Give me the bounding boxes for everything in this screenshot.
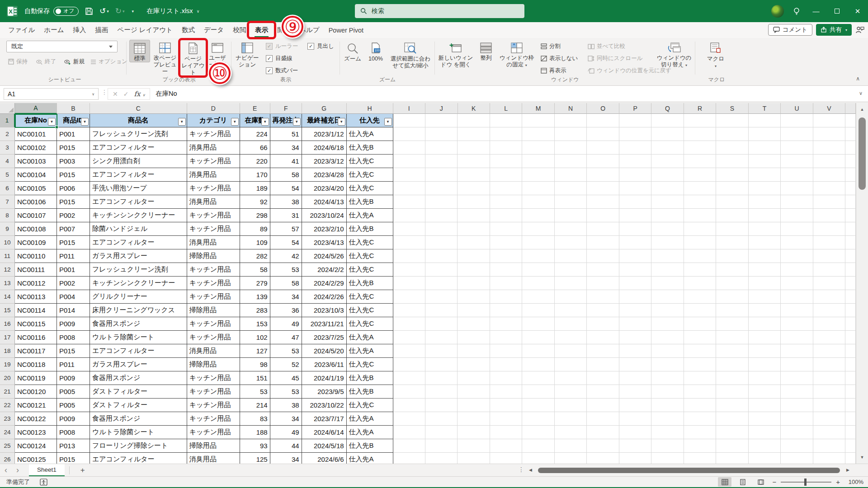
empty-cell[interactable] [555, 344, 587, 358]
table-cell[interactable]: 44 [270, 439, 302, 453]
empty-cell[interactable] [619, 127, 651, 141]
table-cell[interactable]: 仕入先C [347, 317, 393, 331]
empty-cell[interactable] [651, 277, 684, 290]
table-cell[interactable]: 床用クリーニングワックス [90, 304, 187, 317]
empty-cell[interactable] [684, 127, 716, 141]
column-header-E[interactable]: E [240, 103, 270, 114]
empty-cell[interactable] [522, 385, 554, 399]
table-cell[interactable]: P015 [57, 195, 90, 209]
empty-cell[interactable] [587, 127, 619, 141]
table-cell[interactable]: 54 [270, 236, 302, 249]
tab-home[interactable]: ホーム [39, 22, 68, 38]
avatar[interactable] [771, 5, 784, 18]
empty-cell[interactable] [458, 371, 490, 385]
table-cell[interactable]: エアコンフィルター [90, 195, 187, 209]
empty-cell[interactable] [749, 304, 781, 317]
empty-cell[interactable] [781, 209, 813, 222]
table-cell[interactable]: NC00115 [15, 317, 57, 331]
empty-cell[interactable] [522, 358, 554, 371]
table-cell[interactable]: 消臭用品 [187, 344, 240, 358]
empty-cell[interactable] [458, 317, 490, 331]
table-cell[interactable]: 手洗い用泡ソープ [90, 182, 187, 195]
table-cell[interactable]: P001 [57, 127, 90, 141]
empty-cell[interactable] [813, 114, 845, 127]
table-cell[interactable]: 掃除用品 [187, 304, 240, 317]
empty-cell[interactable] [781, 236, 813, 249]
empty-cell[interactable] [749, 182, 781, 195]
table-cell[interactable]: 仕入先C [347, 263, 393, 277]
empty-cell[interactable] [781, 439, 813, 453]
empty-cell[interactable] [845, 182, 856, 195]
empty-cell[interactable] [587, 209, 619, 222]
empty-cell[interactable] [522, 453, 554, 464]
empty-cell[interactable] [587, 344, 619, 358]
empty-cell[interactable] [684, 412, 716, 426]
table-cell[interactable]: 仕入先C [347, 168, 393, 182]
empty-cell[interactable] [716, 236, 748, 249]
empty-cell[interactable] [781, 426, 813, 439]
tab-formulas[interactable]: 数式 [177, 22, 199, 38]
table-cell[interactable]: キッチン用品 [187, 412, 240, 426]
empty-cell[interactable] [781, 155, 813, 168]
name-box[interactable]: A1 ∨ [4, 88, 99, 100]
empty-cell[interactable] [619, 439, 651, 453]
empty-cell[interactable] [587, 331, 619, 344]
table-cell[interactable]: 仕入先C [347, 182, 393, 195]
empty-cell[interactable] [425, 249, 458, 263]
empty-cell[interactable] [813, 182, 845, 195]
empty-cell[interactable] [813, 249, 845, 263]
empty-cell[interactable] [522, 304, 554, 317]
empty-cell[interactable] [651, 331, 684, 344]
empty-cell[interactable] [749, 277, 781, 290]
empty-cell[interactable] [619, 412, 651, 426]
table-cell[interactable]: ガラス用スプレー [90, 249, 187, 263]
row-header-7[interactable]: 7 [0, 195, 15, 209]
next-sheet-icon[interactable]: › [12, 465, 24, 475]
split-button[interactable]: 分割 [541, 42, 561, 50]
table-cell[interactable]: NC00114 [15, 304, 57, 317]
empty-cell[interactable] [587, 371, 619, 385]
empty-cell[interactable] [651, 399, 684, 412]
empty-cell[interactable] [425, 344, 458, 358]
empty-cell[interactable] [490, 168, 522, 182]
empty-cell[interactable] [684, 209, 716, 222]
empty-cell[interactable] [555, 114, 587, 127]
table-cell[interactable]: 38 [270, 399, 302, 412]
empty-cell[interactable] [651, 168, 684, 182]
row-header-9[interactable]: 9 [0, 222, 15, 236]
row-header-3[interactable]: 3 [0, 141, 15, 155]
empty-cell[interactable] [458, 439, 490, 453]
table-cell[interactable]: グリルクリーナー [90, 290, 187, 304]
empty-cell[interactable] [619, 399, 651, 412]
empty-cell[interactable] [458, 168, 490, 182]
empty-cell[interactable] [813, 439, 845, 453]
table-cell[interactable]: 仕入先C [347, 304, 393, 317]
table-cell[interactable]: NC00110 [15, 249, 57, 263]
table-cell[interactable]: 仕入先C [347, 155, 393, 168]
table-cell[interactable]: キッチン用品 [187, 222, 240, 236]
tab-developer[interactable]: 開発 [273, 22, 295, 38]
table-cell[interactable]: NC00111 [15, 263, 57, 277]
empty-cell[interactable] [555, 371, 587, 385]
empty-cell[interactable] [845, 277, 856, 290]
empty-cell[interactable] [845, 263, 856, 277]
collapse-ribbon-icon[interactable]: ∧ [856, 75, 860, 82]
spreadsheet-grid[interactable]: ABCDEFGHIJKLMNOPQRSTUV1在庫No▼商品ID▼商品名▼カテゴ… [0, 103, 856, 464]
empty-cell[interactable] [781, 127, 813, 141]
empty-cell[interactable] [716, 222, 748, 236]
empty-cell[interactable] [684, 290, 716, 304]
empty-cell[interactable] [490, 127, 522, 141]
row-header-19[interactable]: 19 [0, 358, 15, 371]
table-cell[interactable]: 42 [270, 249, 302, 263]
empty-cell[interactable] [716, 182, 748, 195]
table-cell[interactable]: P015 [57, 344, 90, 358]
empty-cell[interactable] [813, 453, 845, 464]
empty-cell[interactable] [619, 155, 651, 168]
column-header-A[interactable]: A [15, 103, 57, 114]
empty-cell[interactable] [684, 399, 716, 412]
empty-cell[interactable] [781, 182, 813, 195]
empty-cell[interactable] [716, 249, 748, 263]
table-cell[interactable]: P001 [57, 263, 90, 277]
empty-cell[interactable] [393, 222, 425, 236]
empty-cell[interactable] [425, 304, 458, 317]
